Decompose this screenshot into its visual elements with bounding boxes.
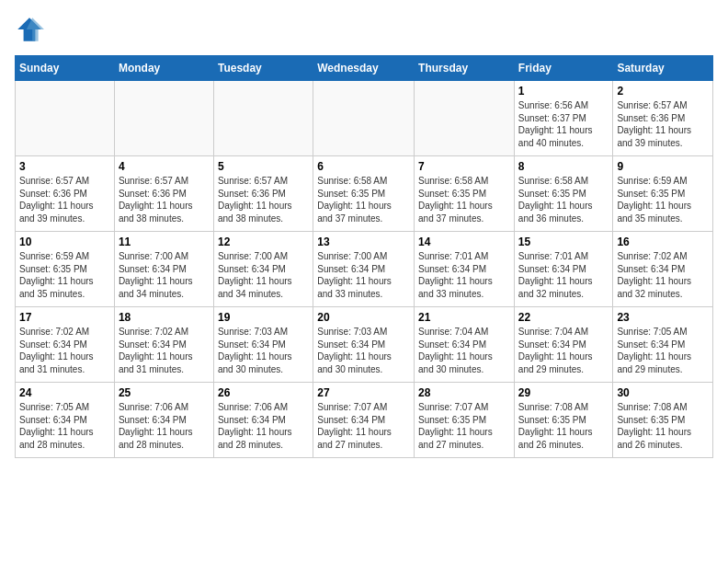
calendar-cell: 7Sunrise: 6:58 AM Sunset: 6:35 PM Daylig…	[415, 156, 515, 232]
day-detail: Sunrise: 6:59 AM Sunset: 6:35 PM Dayligh…	[617, 175, 709, 224]
day-detail: Sunrise: 7:05 AM Sunset: 6:34 PM Dayligh…	[617, 326, 709, 375]
day-detail: Sunrise: 7:01 AM Sunset: 6:34 PM Dayligh…	[418, 250, 510, 300]
calendar-cell: 17Sunrise: 7:02 AM Sunset: 6:34 PM Dayli…	[16, 307, 115, 383]
day-detail: Sunrise: 6:58 AM Sunset: 6:35 PM Dayligh…	[518, 175, 609, 224]
col-header-tuesday: Tuesday	[213, 56, 313, 81]
day-number: 25	[119, 386, 210, 399]
day-number: 19	[218, 311, 309, 324]
day-detail: Sunrise: 6:58 AM Sunset: 6:35 PM Dayligh…	[418, 175, 510, 224]
logo-icon	[15, 15, 44, 44]
day-number: 7	[418, 160, 510, 173]
day-detail: Sunrise: 6:58 AM Sunset: 6:35 PM Dayligh…	[317, 175, 410, 224]
day-detail: Sunrise: 7:04 AM Sunset: 6:34 PM Dayligh…	[418, 326, 510, 375]
day-number: 22	[518, 311, 609, 324]
calendar-cell: 11Sunrise: 7:00 AM Sunset: 6:34 PM Dayli…	[114, 232, 213, 307]
day-number: 6	[317, 160, 410, 173]
calendar-cell: 18Sunrise: 7:02 AM Sunset: 6:34 PM Dayli…	[114, 307, 213, 383]
day-detail: Sunrise: 7:04 AM Sunset: 6:34 PM Dayligh…	[518, 326, 609, 375]
day-detail: Sunrise: 7:07 AM Sunset: 6:34 PM Dayligh…	[317, 401, 410, 451]
day-number: 17	[19, 311, 110, 324]
logo	[15, 15, 48, 44]
day-detail: Sunrise: 6:59 AM Sunset: 6:35 PM Dayligh…	[19, 250, 110, 300]
day-number: 5	[218, 160, 309, 173]
day-detail: Sunrise: 6:57 AM Sunset: 6:36 PM Dayligh…	[218, 175, 309, 224]
day-number: 15	[518, 236, 609, 248]
calendar-cell: 28Sunrise: 7:07 AM Sunset: 6:35 PM Dayli…	[415, 383, 515, 458]
calendar-cell	[213, 81, 313, 156]
col-header-monday: Monday	[114, 56, 213, 81]
col-header-saturday: Saturday	[613, 56, 713, 81]
calendar-week-row: 10Sunrise: 6:59 AM Sunset: 6:35 PM Dayli…	[16, 232, 713, 307]
calendar-cell: 1Sunrise: 6:56 AM Sunset: 6:37 PM Daylig…	[514, 81, 613, 156]
page-header	[15, 15, 713, 44]
day-number: 21	[418, 311, 510, 324]
day-number: 30	[617, 386, 709, 399]
calendar-cell: 12Sunrise: 7:00 AM Sunset: 6:34 PM Dayli…	[213, 232, 313, 307]
day-detail: Sunrise: 7:03 AM Sunset: 6:34 PM Dayligh…	[317, 326, 410, 375]
calendar-header-row: SundayMondayTuesdayWednesdayThursdayFrid…	[16, 56, 713, 81]
calendar-cell: 13Sunrise: 7:00 AM Sunset: 6:34 PM Dayli…	[313, 232, 415, 307]
calendar-cell: 3Sunrise: 6:57 AM Sunset: 6:36 PM Daylig…	[16, 156, 115, 232]
calendar-cell: 27Sunrise: 7:07 AM Sunset: 6:34 PM Dayli…	[313, 383, 415, 458]
day-number: 1	[518, 85, 609, 98]
day-number: 20	[317, 311, 410, 324]
calendar-cell	[114, 81, 213, 156]
day-number: 9	[617, 160, 709, 173]
day-detail: Sunrise: 6:57 AM Sunset: 6:36 PM Dayligh…	[617, 99, 709, 149]
day-detail: Sunrise: 7:00 AM Sunset: 6:34 PM Dayligh…	[218, 250, 309, 300]
day-detail: Sunrise: 7:03 AM Sunset: 6:34 PM Dayligh…	[218, 326, 309, 375]
calendar-cell: 8Sunrise: 6:58 AM Sunset: 6:35 PM Daylig…	[514, 156, 613, 232]
calendar-week-row: 3Sunrise: 6:57 AM Sunset: 6:36 PM Daylig…	[16, 156, 713, 232]
calendar-cell: 20Sunrise: 7:03 AM Sunset: 6:34 PM Dayli…	[313, 307, 415, 383]
day-number: 29	[518, 386, 609, 399]
day-detail: Sunrise: 7:07 AM Sunset: 6:35 PM Dayligh…	[418, 401, 510, 451]
calendar-cell: 14Sunrise: 7:01 AM Sunset: 6:34 PM Dayli…	[415, 232, 515, 307]
calendar-cell: 21Sunrise: 7:04 AM Sunset: 6:34 PM Dayli…	[415, 307, 515, 383]
calendar-week-row: 17Sunrise: 7:02 AM Sunset: 6:34 PM Dayli…	[16, 307, 713, 383]
day-detail: Sunrise: 7:08 AM Sunset: 6:35 PM Dayligh…	[617, 401, 709, 451]
calendar-cell	[415, 81, 515, 156]
calendar-week-row: 1Sunrise: 6:56 AM Sunset: 6:37 PM Daylig…	[16, 81, 713, 156]
col-header-wednesday: Wednesday	[313, 56, 415, 81]
day-number: 3	[19, 160, 110, 173]
day-detail: Sunrise: 6:56 AM Sunset: 6:37 PM Dayligh…	[518, 99, 609, 149]
calendar-cell: 6Sunrise: 6:58 AM Sunset: 6:35 PM Daylig…	[313, 156, 415, 232]
calendar-cell: 5Sunrise: 6:57 AM Sunset: 6:36 PM Daylig…	[213, 156, 313, 232]
calendar-cell: 23Sunrise: 7:05 AM Sunset: 6:34 PM Dayli…	[613, 307, 713, 383]
calendar-cell: 19Sunrise: 7:03 AM Sunset: 6:34 PM Dayli…	[213, 307, 313, 383]
day-number: 10	[19, 236, 110, 248]
calendar-cell: 29Sunrise: 7:08 AM Sunset: 6:35 PM Dayli…	[514, 383, 613, 458]
day-number: 24	[19, 386, 110, 399]
calendar-cell: 15Sunrise: 7:01 AM Sunset: 6:34 PM Dayli…	[514, 232, 613, 307]
calendar-cell: 16Sunrise: 7:02 AM Sunset: 6:34 PM Dayli…	[613, 232, 713, 307]
day-number: 11	[119, 236, 210, 248]
day-number: 2	[617, 85, 709, 98]
calendar-table: SundayMondayTuesdayWednesdayThursdayFrid…	[15, 55, 713, 458]
day-number: 13	[317, 236, 410, 248]
calendar-cell: 10Sunrise: 6:59 AM Sunset: 6:35 PM Dayli…	[16, 232, 115, 307]
day-detail: Sunrise: 7:06 AM Sunset: 6:34 PM Dayligh…	[119, 401, 210, 451]
calendar-cell: 9Sunrise: 6:59 AM Sunset: 6:35 PM Daylig…	[613, 156, 713, 232]
day-number: 4	[119, 160, 210, 173]
day-number: 26	[218, 386, 309, 399]
day-detail: Sunrise: 7:02 AM Sunset: 6:34 PM Dayligh…	[19, 326, 110, 375]
calendar-cell: 25Sunrise: 7:06 AM Sunset: 6:34 PM Dayli…	[114, 383, 213, 458]
col-header-friday: Friday	[514, 56, 613, 81]
day-detail: Sunrise: 7:00 AM Sunset: 6:34 PM Dayligh…	[119, 250, 210, 300]
day-number: 12	[218, 236, 309, 248]
calendar-cell: 22Sunrise: 7:04 AM Sunset: 6:34 PM Dayli…	[514, 307, 613, 383]
day-number: 16	[617, 236, 709, 248]
day-number: 18	[119, 311, 210, 324]
calendar-cell: 2Sunrise: 6:57 AM Sunset: 6:36 PM Daylig…	[613, 81, 713, 156]
calendar-cell: 30Sunrise: 7:08 AM Sunset: 6:35 PM Dayli…	[613, 383, 713, 458]
day-detail: Sunrise: 7:06 AM Sunset: 6:34 PM Dayligh…	[218, 401, 309, 451]
day-detail: Sunrise: 7:02 AM Sunset: 6:34 PM Dayligh…	[119, 326, 210, 375]
calendar-cell	[16, 81, 115, 156]
col-header-thursday: Thursday	[415, 56, 515, 81]
day-detail: Sunrise: 7:01 AM Sunset: 6:34 PM Dayligh…	[518, 250, 609, 300]
calendar-cell: 24Sunrise: 7:05 AM Sunset: 6:34 PM Dayli…	[16, 383, 115, 458]
day-number: 28	[418, 386, 510, 399]
calendar-week-row: 24Sunrise: 7:05 AM Sunset: 6:34 PM Dayli…	[16, 383, 713, 458]
calendar-cell: 4Sunrise: 6:57 AM Sunset: 6:36 PM Daylig…	[114, 156, 213, 232]
day-detail: Sunrise: 7:05 AM Sunset: 6:34 PM Dayligh…	[19, 401, 110, 451]
